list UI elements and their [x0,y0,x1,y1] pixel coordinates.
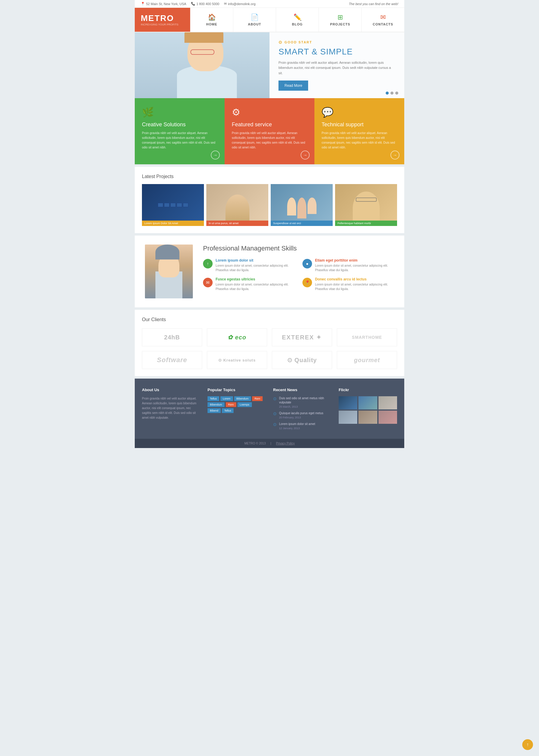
flickr-thumb-4[interactable] [339,411,357,424]
flickr-thumb-2[interactable] [358,396,377,409]
client-quality: ⊙ Quality [272,351,332,369]
service-technical-desc: Proin gravida nibh vel velit auctor aliq… [322,131,397,150]
client-name-24hb: 24hB [164,334,180,341]
footer-tag-loemps[interactable]: Loemps [237,402,252,407]
service-featured: ⚙ Featured service Proin gravida nibh ve… [225,98,314,164]
nav-about[interactable]: 📄 ABOUT [233,8,276,32]
project-item-1[interactable]: Lorem Ipsum Dolor Sit Amet [142,184,204,226]
footer-copyright: METRO © 2013 [244,442,266,445]
service-creative-desc: Proin gravida nibh vel velit auctor aliq… [142,131,217,150]
hero-dot-2[interactable] [390,92,394,95]
nav-projects-label: PROJECTS [330,23,350,26]
topbar: 📍 52 Main St, New York, USA 📞 1 800 400 … [135,0,404,8]
topbar-email[interactable]: ✉ info@demolink.org [224,2,256,6]
nav-about-label: ABOUT [248,23,261,26]
client-kreative: ⊙ Kreative soluts [207,351,267,369]
service-featured-arrow[interactable]: → [301,151,310,160]
footer-tag-tellus1[interactable]: Tellus [207,396,219,401]
projects-section: Latest Projects Lorem Ipsum Dolor Sit Am… [135,167,404,233]
project-image-2 [206,184,268,226]
projects-title: Latest Projects [142,174,397,179]
nav-projects[interactable]: ⊞ PROJECTS [319,8,361,32]
news-icon-2: ⊙ [273,411,277,416]
email-icon: ✉ [224,2,227,6]
footer-news-item-1: ⊙ Duis sed odio sit amet metus nibh vulp… [273,396,332,408]
project-item-3[interactable]: Suspendisse ut est orci [271,184,333,226]
service-creative-title: Creative Solutions [142,121,217,128]
nav-home[interactable]: 🏠 HOME [190,8,233,32]
footer-tags: Tellus Lorem Bibendum Rem Bibendum Rem L… [207,396,266,413]
footer-topics: Popular Topics Tellus Lorem Bibendum Rem… [207,387,266,430]
project-label-1: Lorem Ipsum Dolor Sit Amet [142,221,204,226]
hero-dot-1[interactable] [386,92,389,95]
footer-tag-tellus2[interactable]: Tellus [222,408,234,413]
nav-blog[interactable]: ✏️ BLOG [276,8,319,32]
skill-title-3: Fusce egestas ultricies [216,277,298,281]
client-name-gourmet: gourmet [354,357,380,364]
hero-dot-3[interactable] [395,92,398,95]
service-creative-arrow[interactable]: → [211,151,220,160]
news-title-2[interactable]: Quisque iaculis purus eget metus [279,411,323,415]
creative-icon: 🌿 [142,106,217,118]
phone-icon: 📞 [191,2,195,6]
privacy-policy-link[interactable]: Privacy Policy [276,442,295,445]
footer-tag-bibendum2[interactable]: Bibendum [207,402,225,407]
footer-about-title: About Us [142,387,200,392]
footer-tag-rem1[interactable]: Rem [252,396,263,401]
skill-desc-4: Lorem ipsum dolor sit amet, consectetur … [315,282,397,291]
about-icon: 📄 [251,14,259,21]
skill-title-1: Lorem ipsum dolor sit [216,258,298,262]
skill-icon-1: ↑ [203,259,213,268]
client-eco: ✿ eco [207,328,267,346]
flickr-thumb-3[interactable] [378,396,397,409]
footer-tag-rem2[interactable]: Rem [226,402,236,407]
topbar-address: 📍 52 Main St, New York, USA [141,2,186,6]
news-icon-3: ⊙ [273,422,277,427]
skill-4: 📍 Donec convallis arcu id lectus Lorem i… [302,277,397,291]
hero-banner: GOOD START SMART & SIMPLE Proin gravida … [135,32,404,98]
footer-tag-lorem[interactable]: Lorem [220,396,233,401]
footer-news-item-2: ⊙ Quisque iaculis purus eget metus 20 Fe… [273,411,332,419]
service-featured-title: Featured service [232,121,307,128]
featured-icon: ⚙ [232,106,307,118]
footer-about: About Us Proin gravida nibh vel velit au… [142,387,200,430]
project-item-4[interactable]: Pellentesque habitant morbi [335,184,397,226]
skill-icon-4: 📍 [302,278,312,287]
project-image-4 [335,184,397,226]
flickr-thumb-5[interactable] [358,411,377,424]
footer-tag-bibendum1[interactable]: Bibendum [234,396,251,401]
client-exterex: EXTEREX ✦ [272,328,332,346]
news-date-3: 12 January, 2013 [279,427,315,430]
skill-icon-3: ✉ [203,278,213,287]
nav-contacts[interactable]: ✉ CONTACTS [361,8,404,32]
skill-2: ● Etiam eget porttitor enim Lorem ipsum … [302,258,397,272]
news-title-3[interactable]: Lorem ipsum dolor sit amet [279,422,315,426]
technical-icon: 💬 [322,106,397,118]
skill-desc-3: Lorem ipsum dolor sit amet, consectetur … [216,282,298,291]
topbar-phone: 📞 1 800 400 5000 [191,2,219,6]
service-featured-desc: Proin gravida nibh vel velit auctor aliq… [232,131,307,150]
footer-flickr-title: Flickr [339,387,397,392]
service-technical: 💬 Technical support Proin gravida nibh v… [314,98,404,164]
service-creative: 🌿 Creative Solutions Proin gravida nibh … [135,98,225,164]
topbar-tagline: The best you can find on the web! [349,2,398,6]
contacts-icon: ✉ [380,14,386,21]
hero-read-more-button[interactable]: Read More [278,81,308,91]
flickr-thumb-6[interactable] [378,411,397,424]
location-icon: 📍 [141,2,145,6]
management-content: Professional Management Skills ↑ Lorem i… [203,244,397,299]
client-smarthome: SMARTHOME [337,328,397,346]
client-name-kreative: ⊙ Kreative soluts [218,358,256,363]
blog-icon: ✏️ [293,14,302,21]
client-name-smarthome: SMARTHOME [352,335,382,340]
project-item-2[interactable]: In ut urna purus, sit amet [206,184,268,226]
news-title-1[interactable]: Duis sed odio sit amet metus nibh vulput… [279,396,332,405]
client-name-software: Software [157,356,187,364]
client-24hb: 24hB [142,328,202,346]
flickr-thumb-1[interactable] [339,396,357,409]
brand-tagline: INCREASING YOUR PROFITS [141,23,179,26]
service-technical-arrow[interactable]: → [390,151,400,160]
footer-tag-bibend[interactable]: Bibend [207,408,221,413]
skill-title-4: Donec convallis arcu id lectus [315,277,397,281]
logo[interactable]: METRO INCREASING YOUR PROFITS [135,8,190,32]
